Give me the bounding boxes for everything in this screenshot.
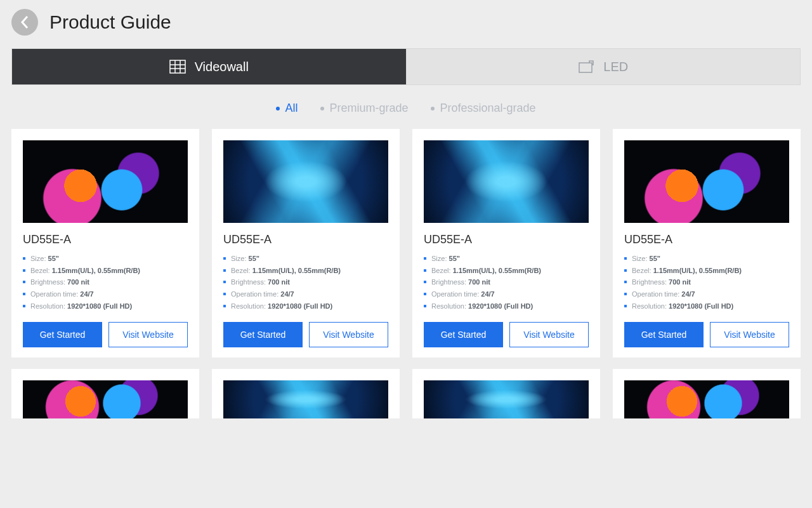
product-thumbnail xyxy=(23,380,188,418)
product-thumbnail xyxy=(624,140,789,223)
product-grid-row2 xyxy=(0,369,812,430)
product-thumbnail xyxy=(624,380,789,418)
spec-brightness: Brightness700 nit xyxy=(624,276,789,288)
product-name: UD55E-A xyxy=(223,233,388,246)
filter-professional[interactable]: Professional-grade xyxy=(431,102,535,115)
spec-list: Size55" Bezel1.15mm(U/L), 0.55mm(R/B) Br… xyxy=(223,253,388,312)
get-started-button[interactable]: Get Started xyxy=(23,322,102,347)
svg-rect-0 xyxy=(170,60,185,73)
bullet-icon xyxy=(431,107,435,110)
product-card[interactable]: UD55E-A Size55" Bezel1.15mm(U/L), 0.55mm… xyxy=(212,129,400,358)
spec-list: Size55" Bezel1.15mm(U/L), 0.55mm(R/B) Br… xyxy=(424,253,589,312)
spec-size: Size55" xyxy=(624,253,789,265)
tab-videowall[interactable]: Videowall xyxy=(12,49,406,84)
spec-brightness: Brightness700 nit xyxy=(424,276,589,288)
filter-all[interactable]: All xyxy=(276,102,298,115)
card-actions: Get Started Visit Website xyxy=(23,322,188,347)
spec-resolution: Resolution1920*1080 (Full HD) xyxy=(424,300,589,312)
spec-brightness: Brightness700 nit xyxy=(223,276,388,288)
product-card[interactable]: UD55E-A Size55" Bezel1.15mm(U/L), 0.55mm… xyxy=(11,129,199,358)
product-card[interactable] xyxy=(412,369,600,418)
filter-premium[interactable]: Premium-grade xyxy=(320,102,408,115)
product-card[interactable] xyxy=(212,369,400,418)
spec-operation: Operation time24/7 xyxy=(223,288,388,300)
spec-size: Size55" xyxy=(424,253,589,265)
spec-operation: Operation time24/7 xyxy=(424,288,589,300)
product-card[interactable]: UD55E-A Size55" Bezel1.15mm(U/L), 0.55mm… xyxy=(613,129,801,358)
visit-website-button[interactable]: Visit Website xyxy=(710,322,789,347)
tab-label: LED xyxy=(603,60,628,74)
bullet-icon xyxy=(320,107,324,110)
category-tabs: Videowall LED xyxy=(11,48,801,85)
spec-operation: Operation time24/7 xyxy=(624,288,789,300)
card-actions: Get Started Visit Website xyxy=(223,322,388,347)
spec-resolution: Resolution1920*1080 (Full HD) xyxy=(223,300,388,312)
filter-label: Premium-grade xyxy=(329,102,408,115)
product-card[interactable] xyxy=(613,369,801,418)
page-title: Product Guide xyxy=(49,11,171,33)
spec-operation: Operation time24/7 xyxy=(23,288,188,300)
filter-row: All Premium-grade Professional-grade xyxy=(0,85,812,129)
get-started-button[interactable]: Get Started xyxy=(424,322,503,347)
spec-resolution: Resolution1920*1080 (Full HD) xyxy=(624,300,789,312)
bullet-icon xyxy=(276,107,280,110)
card-actions: Get Started Visit Website xyxy=(424,322,589,347)
visit-website-button[interactable]: Visit Website xyxy=(309,322,388,347)
spec-resolution: Resolution1920*1080 (Full HD) xyxy=(23,300,188,312)
tab-label: Videowall xyxy=(195,60,249,74)
product-name: UD55E-A xyxy=(23,233,188,246)
spec-bezel: Bezel1.15mm(U/L), 0.55mm(R/B) xyxy=(23,265,188,277)
spec-list: Size55" Bezel1.15mm(U/L), 0.55mm(R/B) Br… xyxy=(23,253,188,312)
spec-brightness: Brightness700 nit xyxy=(23,276,188,288)
spec-bezel: Bezel1.15mm(U/L), 0.55mm(R/B) xyxy=(424,265,589,277)
product-thumbnail xyxy=(424,380,589,418)
product-thumbnail xyxy=(23,140,188,223)
filter-label: All xyxy=(285,102,298,115)
spec-size: Size55" xyxy=(223,253,388,265)
spec-bezel: Bezel1.15mm(U/L), 0.55mm(R/B) xyxy=(223,265,388,277)
product-thumbnail xyxy=(424,140,589,223)
grid-icon xyxy=(169,60,186,74)
tab-led[interactable]: LED xyxy=(406,49,801,84)
product-thumbnail xyxy=(223,380,388,418)
back-button[interactable] xyxy=(11,9,38,36)
spec-size: Size55" xyxy=(23,253,188,265)
chevron-left-icon xyxy=(20,15,29,29)
product-name: UD55E-A xyxy=(624,233,789,246)
spec-bezel: Bezel1.15mm(U/L), 0.55mm(R/B) xyxy=(624,265,789,277)
card-actions: Get Started Visit Website xyxy=(624,322,789,347)
filter-label: Professional-grade xyxy=(440,102,535,115)
product-thumbnail xyxy=(223,140,388,223)
visit-website-button[interactable]: Visit Website xyxy=(108,322,188,347)
product-card[interactable] xyxy=(11,369,199,418)
product-grid: UD55E-A Size55" Bezel1.15mm(U/L), 0.55mm… xyxy=(0,129,812,369)
get-started-button[interactable]: Get Started xyxy=(223,322,303,347)
get-started-button[interactable]: Get Started xyxy=(624,322,704,347)
product-card[interactable]: UD55E-A Size55" Bezel1.15mm(U/L), 0.55mm… xyxy=(412,129,600,358)
visit-website-button[interactable]: Visit Website xyxy=(509,322,589,347)
header: Product Guide xyxy=(0,0,812,48)
svg-rect-5 xyxy=(579,63,592,72)
product-name: UD55E-A xyxy=(424,233,589,246)
spec-list: Size55" Bezel1.15mm(U/L), 0.55mm(R/B) Br… xyxy=(624,253,789,312)
led-icon xyxy=(578,60,594,74)
